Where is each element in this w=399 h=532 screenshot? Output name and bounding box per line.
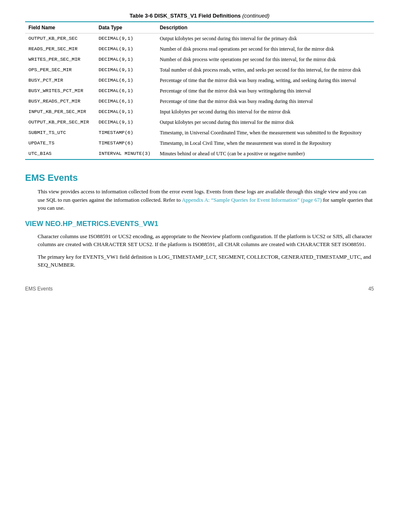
ems-body: This view provides access to information… xyxy=(38,188,374,212)
table-row: BUSY_READS_PCT_MIR DECIMAL(6,1) Percenta… xyxy=(25,96,374,107)
cell-field-name: WRITES_PER_SEC_MIR xyxy=(25,54,95,65)
cell-field-name: OUTPUT_KB_PER_SEC xyxy=(25,33,95,44)
table-row: READS_PER_SEC_MIR DECIMAL(9,1) Number of… xyxy=(25,44,374,54)
cell-description: Output kilobytes per second during this … xyxy=(156,33,374,44)
cell-data-type: DECIMAL(9,1) xyxy=(95,117,156,128)
cell-data-type: DECIMAL(9,1) xyxy=(95,107,156,117)
footer-left: EMS Events xyxy=(25,286,53,292)
col-header-field-name: Field Name xyxy=(25,22,95,33)
cell-data-type: INTERVAL MINUTE(3) xyxy=(95,149,156,159)
cell-data-type: DECIMAL(9,1) xyxy=(95,54,156,65)
field-definitions-table: Field Name Data Type Description OUTPUT_… xyxy=(25,21,374,160)
view-para1: Character columns use ISO88591 or UCS2 e… xyxy=(38,232,374,249)
cell-data-type: DECIMAL(9,1) xyxy=(95,33,156,44)
cell-field-name: READS_PER_SEC_MIR xyxy=(25,44,95,54)
table-row: INPUT_KB_PER_SEC_MIR DECIMAL(9,1) Input … xyxy=(25,107,374,117)
table-row: OUTPUT_KB_PER_SEC_MIR DECIMAL(9,1) Outpu… xyxy=(25,117,374,128)
table-row: UTC_BIAS INTERVAL MINUTE(3) Minutes behi… xyxy=(25,149,374,159)
cell-description: Timestamp, in Universal Coordinated Time… xyxy=(156,128,374,138)
ems-events-section: EMS Events This view provides access to … xyxy=(25,172,374,269)
cell-description: Input kilobytes per second during this i… xyxy=(156,107,374,117)
cell-data-type: DECIMAL(6,1) xyxy=(95,96,156,107)
cell-data-type: TIMESTAMP(6) xyxy=(95,128,156,138)
cell-description: Percentage of time that the mirror disk … xyxy=(156,86,374,96)
cell-description: Percentage of time that the mirror disk … xyxy=(156,96,374,107)
table-row: WRITES_PER_SEC_MIR DECIMAL(9,1) Number o… xyxy=(25,54,374,65)
cell-data-type: DECIMAL(6,1) xyxy=(95,75,156,86)
cell-field-name: BUSY_PCT_MIR xyxy=(25,75,95,86)
table-title: Table 3-6 DISK_STATS_V1 Field Definition… xyxy=(25,13,374,19)
footer: EMS Events 45 xyxy=(25,286,374,292)
table-row: BUSY_PCT_MIR DECIMAL(6,1) Percentage of … xyxy=(25,75,374,86)
cell-description: Output kilobytes per second during this … xyxy=(156,117,374,128)
cell-description: Number of disk process read operations p… xyxy=(156,44,374,54)
footer-right: 45 xyxy=(368,286,374,292)
cell-data-type: DECIMAL(6,1) xyxy=(95,86,156,96)
cell-data-type: DECIMAL(9,1) xyxy=(95,44,156,54)
cell-description: Timestamp, in Local Civil Time, when the… xyxy=(156,138,374,149)
col-header-data-type: Data Type xyxy=(95,22,156,33)
table-row: OPS_PER_SEC_MIR DECIMAL(9,1) Total numbe… xyxy=(25,65,374,75)
table-row: SUBMIT_TS_UTC TIMESTAMP(6) Timestamp, in… xyxy=(25,128,374,138)
view-heading: VIEW NEO.HP_METRICS.EVENTS_VW1 xyxy=(25,220,374,228)
table-row: OUTPUT_KB_PER_SEC DECIMAL(9,1) Output ki… xyxy=(25,33,374,44)
col-header-description: Description xyxy=(156,22,374,33)
view-para2: The primary key for EVENTS_VW1 field def… xyxy=(38,253,374,269)
cell-description: Minutes behind or ahead of UTC (can be a… xyxy=(156,149,374,159)
table-row: UPDATE_TS TIMESTAMP(6) Timestamp, in Loc… xyxy=(25,138,374,149)
cell-field-name: INPUT_KB_PER_SEC_MIR xyxy=(25,107,95,117)
cell-field-name: OUTPUT_KB_PER_SEC_MIR xyxy=(25,117,95,128)
cell-field-name: UTC_BIAS xyxy=(25,149,95,159)
cell-description: Percentage of time that the mirror disk … xyxy=(156,75,374,86)
ems-heading: EMS Events xyxy=(25,172,374,183)
cell-data-type: DECIMAL(9,1) xyxy=(95,65,156,75)
cell-data-type: TIMESTAMP(6) xyxy=(95,138,156,149)
appendix-link[interactable]: Appendix A: “Sample Queries for Event In… xyxy=(182,197,322,203)
cell-field-name: BUSY_READS_PCT_MIR xyxy=(25,96,95,107)
cell-field-name: UPDATE_TS xyxy=(25,138,95,149)
view-body: Character columns use ISO88591 or UCS2 e… xyxy=(38,232,374,269)
cell-field-name: SUBMIT_TS_UTC xyxy=(25,128,95,138)
cell-field-name: OPS_PER_SEC_MIR xyxy=(25,65,95,75)
cell-description: Total number of disk process reads, writ… xyxy=(156,65,374,75)
cell-description: Number of disk process write operations … xyxy=(156,54,374,65)
cell-field-name: BUSY_WRITES_PCT_MIR xyxy=(25,86,95,96)
table-row: BUSY_WRITES_PCT_MIR DECIMAL(6,1) Percent… xyxy=(25,86,374,96)
